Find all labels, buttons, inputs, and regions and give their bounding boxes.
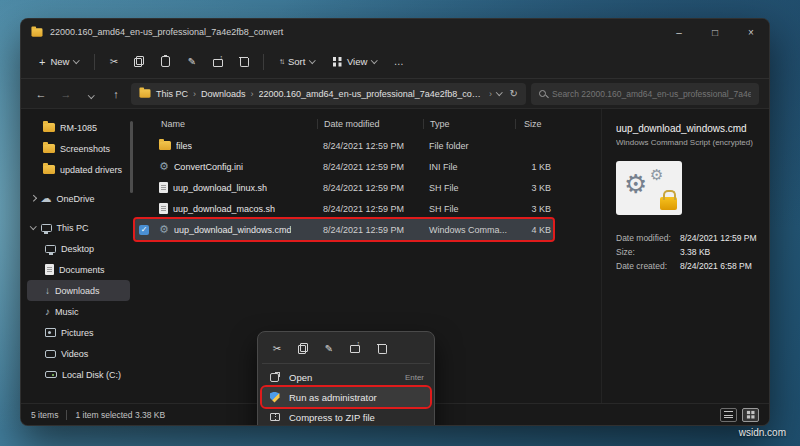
- grid-view-icon: [747, 411, 754, 418]
- checkbox-checked-icon[interactable]: ✓: [139, 225, 149, 235]
- search-input[interactable]: [552, 89, 751, 99]
- close-button[interactable]: ×: [733, 19, 769, 45]
- paste-icon: [161, 56, 170, 67]
- file-row-convertconfig[interactable]: ⚙ConvertConfig.ini 8/24/2021 12:59 PM IN…: [135, 156, 553, 177]
- sidebar-scrollbar[interactable]: [130, 121, 133, 193]
- details-property-row: Date modified: 8/24/2021 12:59 PM: [616, 231, 759, 245]
- zip-icon: [270, 413, 280, 421]
- sidebar-item-label: Local Disk (C:): [62, 370, 121, 380]
- context-menu-item-open[interactable]: Open Enter: [262, 367, 430, 387]
- file-size: 1 KB: [515, 162, 557, 172]
- file-row-macos-sh[interactable]: uup_download_macos.sh 8/24/2021 12:59 PM…: [135, 198, 553, 219]
- delete-button[interactable]: [232, 51, 256, 73]
- rename-button[interactable]: ✎: [318, 339, 340, 357]
- rename-button[interactable]: ✎: [180, 51, 204, 73]
- sh-file-icon: [159, 182, 168, 193]
- watermark: wsidn.com: [739, 427, 786, 438]
- plus-icon: +: [39, 56, 45, 68]
- property-label: Size:: [616, 245, 680, 259]
- chevron-down-icon[interactable]: [30, 223, 36, 229]
- refresh-icon[interactable]: ↻: [510, 88, 518, 99]
- recent-locations-button[interactable]: [81, 88, 101, 100]
- sidebar-item-music[interactable]: ♪ Music: [27, 301, 130, 322]
- breadcrumb-separator: ›: [489, 89, 492, 99]
- copy-button[interactable]: [128, 51, 152, 73]
- item-count: 5 items: [31, 410, 58, 420]
- drive-icon: [45, 371, 57, 378]
- large-icons-view-button[interactable]: [742, 408, 759, 422]
- sidebar-item-downloads[interactable]: ↓ Downloads: [27, 280, 130, 301]
- navigation-pane: RM-1085 Screenshots updated drivers ☁ On…: [21, 109, 133, 403]
- sidebar-item-onedrive[interactable]: ☁ OneDrive: [27, 188, 130, 209]
- lock-icon: [660, 197, 677, 210]
- new-button[interactable]: + New: [31, 52, 87, 72]
- sort-button[interactable]: ↑↓ Sort: [271, 52, 323, 71]
- trash-icon: [239, 56, 248, 67]
- up-button[interactable]: ↑: [106, 88, 126, 100]
- context-menu-quick-actions: ✂ ✎: [262, 336, 430, 364]
- file-row-files[interactable]: files 8/24/2021 12:59 PM File folder: [135, 135, 553, 156]
- computer-icon: [41, 224, 52, 232]
- chevron-right-icon[interactable]: [30, 195, 36, 201]
- breadcrumb[interactable]: This PC › Downloads › 22000.160_amd64_en…: [131, 83, 526, 105]
- details-view-button[interactable]: [720, 408, 737, 422]
- sidebar-item-videos[interactable]: Videos: [27, 343, 130, 364]
- cut-button[interactable]: ✂: [102, 51, 126, 73]
- details-file-type: Windows Command Script (encrypted): [616, 138, 759, 147]
- delete-button[interactable]: [370, 339, 392, 357]
- column-header-size[interactable]: Size: [515, 119, 557, 129]
- sidebar-item-this-pc[interactable]: This PC: [27, 217, 130, 238]
- sidebar-item-rm-1085[interactable]: RM-1085: [27, 117, 130, 138]
- column-header-type[interactable]: Type: [423, 119, 515, 129]
- ini-file-icon: ⚙: [159, 161, 169, 172]
- main-area: RM-1085 Screenshots updated drivers ☁ On…: [21, 109, 769, 403]
- chevron-down-icon[interactable]: [496, 89, 502, 95]
- sidebar-item-label: This PC: [57, 223, 89, 233]
- column-header-name[interactable]: Name: [135, 119, 317, 129]
- sidebar-item-screenshots[interactable]: Screenshots: [27, 138, 130, 159]
- property-value: 8/24/2021 12:59 PM: [680, 231, 757, 245]
- folder-icon: [159, 141, 171, 150]
- column-header-date-modified[interactable]: Date modified: [317, 119, 423, 129]
- sort-icon: ↑↓: [279, 57, 283, 66]
- property-label: Date modified:: [616, 231, 680, 245]
- file-type: INI File: [423, 162, 515, 172]
- menu-item-label: Run as administrator: [289, 392, 416, 403]
- context-menu-item-run-as-administrator[interactable]: Run as administrator: [262, 387, 430, 407]
- share-button[interactable]: [344, 339, 366, 357]
- share-icon: [350, 343, 360, 353]
- chevron-down-icon: [88, 92, 94, 98]
- paste-button[interactable]: [154, 51, 178, 73]
- sort-button-label: Sort: [288, 56, 305, 67]
- more-options-button[interactable]: …: [387, 51, 411, 73]
- sidebar-item-documents[interactable]: Documents: [27, 259, 130, 280]
- forward-button[interactable]: →: [56, 88, 76, 100]
- chevron-down-icon: [309, 57, 315, 63]
- file-type: File folder: [423, 141, 515, 151]
- breadcrumb-this-pc[interactable]: This PC: [156, 89, 188, 99]
- breadcrumb-downloads[interactable]: Downloads: [201, 89, 246, 99]
- sidebar-item-local-disk-c[interactable]: Local Disk (C:): [27, 364, 130, 385]
- file-rows: files 8/24/2021 12:59 PM File folder ⚙Co…: [135, 135, 601, 240]
- file-date: 8/24/2021 12:59 PM: [317, 141, 423, 151]
- sidebar-item-label: Music: [55, 307, 79, 317]
- file-row-windows-cmd-selected[interactable]: ✓⚙uup_download_windows.cmd 8/24/2021 12:…: [135, 219, 553, 240]
- sidebar-item-desktop[interactable]: Desktop: [27, 238, 130, 259]
- back-button[interactable]: ←: [31, 88, 51, 100]
- maximize-button[interactable]: □: [697, 19, 733, 45]
- breadcrumb-current-folder[interactable]: 22000.160_amd64_en-us_professional_7a4e2…: [259, 89, 485, 99]
- copy-button[interactable]: [292, 339, 314, 357]
- context-menu-item-compress-to-zip[interactable]: Compress to ZIP file: [262, 407, 430, 426]
- sidebar-item-updated-drivers[interactable]: updated drivers: [27, 159, 130, 180]
- cut-button[interactable]: ✂: [266, 339, 288, 357]
- copy-icon: [134, 56, 145, 67]
- title-bar: 22000.160_amd64_en-us_professional_7a4e2…: [21, 19, 769, 45]
- view-button[interactable]: View: [325, 52, 385, 71]
- file-row-linux-sh[interactable]: uup_download_linux.sh 8/24/2021 12:59 PM…: [135, 177, 553, 198]
- folder-icon: [43, 123, 55, 132]
- chevron-down-icon: [371, 57, 377, 63]
- sidebar-item-pictures[interactable]: Pictures: [27, 322, 130, 343]
- share-button[interactable]: [206, 51, 230, 73]
- search-box[interactable]: [531, 83, 759, 105]
- minimize-button[interactable]: –: [661, 19, 697, 45]
